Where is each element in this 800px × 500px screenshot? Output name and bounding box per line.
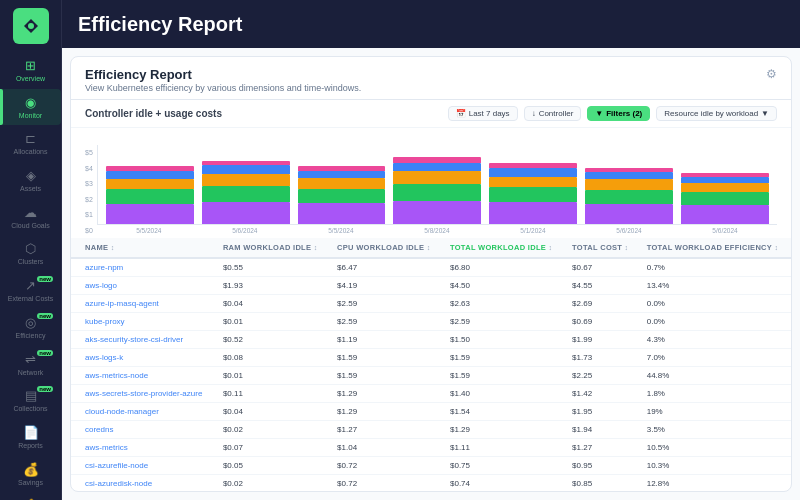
table-row: azure-ip-masq-agent $0.04 $2.59 $2.63 $2… [71,295,791,313]
cell-name[interactable]: kube-proxy [71,313,215,331]
dimension-icon: ↓ [532,109,536,118]
dimension-button[interactable]: ↓ Controller [524,106,582,121]
cell-name[interactable]: azure-npm [71,258,215,277]
y-label: $2 [85,196,93,203]
bar-segment [585,179,673,190]
sidebar-item-efficiency[interactable]: ◎ Efficiency new [0,309,61,346]
sidebar-item-cloud-costs[interactable]: ☁ Cloud Goals [0,199,61,236]
sidebar-item-allocations[interactable]: ⊏ Allocations [0,125,61,162]
table-header: NAME ↕ RAM WORKLOAD IDLE ↕ CPU WORKLOAD … [71,238,791,258]
cell-cpu-idle: $1.29 [329,385,442,403]
table-row: coredns $0.02 $1.27 $1.29 $1.94 3.5% [71,421,791,439]
sidebar-item-overview[interactable]: ⊞ Overview [0,52,61,89]
assets-icon: ◈ [26,168,36,183]
bar-segment [106,189,194,204]
cell-name[interactable]: aws-secrets-store-provider-azure [71,385,215,403]
sidebar: ⊞ Overview ◉ Monitor ⊏ Allocations ◈ Ass… [0,0,62,500]
sidebar-item-reports[interactable]: 📄 Reports [0,419,61,456]
cell-total-cost: $0.95 [564,457,639,475]
cell-efficiency: 44.8% [639,367,791,385]
x-label: 5/6/2024 [201,227,289,234]
cell-ram-idle: $0.01 [215,367,329,385]
y-label: $3 [85,180,93,187]
x-label: 5/5/2024 [105,227,193,234]
cell-total-workload-idle: $1.59 [442,349,564,367]
cell-name[interactable]: csi-azurefile-node [71,457,215,475]
sidebar-item-label: Efficiency [16,332,46,340]
bar-group [489,145,577,224]
sidebar-item-clusters[interactable]: ⬡ Clusters [0,235,61,272]
cell-ram-idle: $0.11 [215,385,329,403]
cell-name[interactable]: cloud-node-manager [71,403,215,421]
cell-total-cost: $2.69 [564,295,639,313]
allocations-icon: ⊏ [25,131,36,146]
cell-name[interactable]: coredns [71,421,215,439]
filter-icon: ▼ [595,109,603,118]
cell-total-cost: $1.99 [564,331,639,349]
sidebar-item-label: Savings [18,479,43,487]
cell-name[interactable]: aws-logs-k [71,349,215,367]
cell-name[interactable]: azure-ip-masq-agent [71,295,215,313]
cell-total-workload-idle: $1.54 [442,403,564,421]
sidebar-item-assets[interactable]: ◈ Assets [0,162,61,199]
sidebar-item-network[interactable]: ⇌ Network new [0,346,61,383]
bar-segment [106,179,194,189]
table-row: aws-logo $1.93 $4.19 $4.50 $4.55 13.4% [71,277,791,295]
sidebar-item-savings[interactable]: 💰 Savings [0,456,61,493]
cell-total-workload-idle: $0.75 [442,457,564,475]
cell-cpu-idle: $1.59 [329,367,442,385]
col-ram-idle[interactable]: RAM WORKLOAD IDLE ↕ [215,238,329,258]
bar-segment [298,189,386,203]
cell-total-workload-idle: $1.50 [442,331,564,349]
sidebar-item-alerts[interactable]: 🔔 Alerts [0,492,61,500]
bar-segment [489,177,577,187]
table-row: aws-secrets-store-provider-azure $0.11 $… [71,385,791,403]
cell-efficiency: 10.5% [639,439,791,457]
col-efficiency[interactable]: TOTAL WORKLOAD EFFICIENCY ↕ [639,238,791,258]
cell-total-workload-idle: $1.11 [442,439,564,457]
bar-segment [393,171,481,184]
col-cpu-idle[interactable]: CPU WORKLOAD IDLE ↕ [329,238,442,258]
reports-icon: 📄 [23,425,39,440]
app-logo[interactable] [13,8,49,44]
chart-controls: Controller idle + usage costs 📅 Last 7 d… [71,100,791,128]
group-by-button[interactable]: Resource idle by workload ▼ [656,106,777,121]
cloud-icon: ☁ [24,205,37,220]
sidebar-item-monitor[interactable]: ◉ Monitor [0,89,61,126]
cell-cpu-idle: $1.27 [329,421,442,439]
collections-icon: ▤ [25,388,37,403]
cell-efficiency: 0.7% [639,258,791,277]
table-row: csi-azurefile-node $0.05 $0.72 $0.75 $0.… [71,457,791,475]
sidebar-item-label: Reports [18,442,43,450]
bar-segment [585,172,673,179]
bar-group [202,145,290,224]
cell-efficiency: 7.0% [639,349,791,367]
col-total-cost[interactable]: TOTAL COST ↕ [564,238,639,258]
filters-label: Filters (2) [606,109,642,118]
col-name[interactable]: NAME ↕ [71,238,215,258]
bar-segment [298,178,386,189]
table-row: azure-npm $0.55 $6.47 $6.80 $0.67 0.7% [71,258,791,277]
controls-right: 📅 Last 7 days ↓ Controller ▼ Filters (2)… [448,106,777,121]
date-range-button[interactable]: 📅 Last 7 days [448,106,518,121]
bar-segment [393,201,481,224]
sidebar-item-collections[interactable]: ▤ Collections new [0,382,61,419]
col-total-workload-idle[interactable]: TOTAL WORKLOAD IDLE ↕ [442,238,564,258]
cell-cpu-idle: $1.59 [329,349,442,367]
sidebar-item-label: Network [18,369,44,377]
bar-group [585,145,673,224]
panel-title-area: Efficiency Report View Kubernetes effici… [85,67,361,93]
bar-segment [681,192,769,205]
cell-name[interactable]: csi-azuredisk-node [71,475,215,492]
bar-segment [298,203,386,224]
cell-efficiency: 13.4% [639,277,791,295]
cell-cpu-idle: $6.47 [329,258,442,277]
cell-ram-idle: $0.08 [215,349,329,367]
gear-icon[interactable]: ⚙ [766,67,777,81]
cell-name[interactable]: aws-metrics [71,439,215,457]
cell-name[interactable]: aks-security-store-csi-driver [71,331,215,349]
cell-name[interactable]: aws-logo [71,277,215,295]
sidebar-item-external-costs[interactable]: ↗ External Costs new [0,272,61,309]
filters-button[interactable]: ▼ Filters (2) [587,106,650,121]
cell-name[interactable]: aws-metrics-node [71,367,215,385]
